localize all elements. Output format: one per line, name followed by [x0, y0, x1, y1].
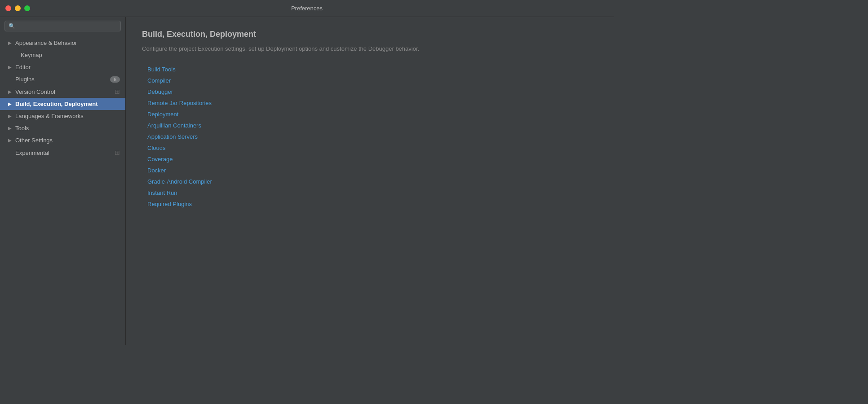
sidebar-item-plugins[interactable]: Plugins6 [0, 73, 125, 85]
content-description: Configure the project Execution settings… [142, 44, 598, 53]
chevron-icon: ▶ [7, 89, 13, 94]
content-panel: Build, Execution, Deployment Configure t… [126, 17, 614, 345]
content-link-remote-jar-repositories[interactable]: Remote Jar Repositories [147, 100, 598, 106]
sidebar-item-label: Other Settings [15, 137, 120, 144]
sidebar-item-label: Plugins [15, 76, 110, 83]
maximize-button[interactable] [24, 5, 30, 11]
minimize-button[interactable] [15, 5, 21, 11]
settings-icon[interactable]: ⊞ [115, 149, 120, 156]
settings-icon[interactable]: ⊞ [115, 88, 120, 95]
content-link-compiler[interactable]: Compiler [147, 77, 598, 84]
window-controls [5, 5, 30, 11]
close-button[interactable] [5, 5, 11, 11]
content-link-gradle-android-compiler[interactable]: Gradle-Android Compiler [147, 178, 598, 185]
search-icon: 🔍 [9, 23, 15, 29]
content-link-application-servers[interactable]: Application Servers [147, 133, 598, 140]
sidebar-item-label: Build, Execution, Deployment [15, 101, 120, 107]
window-title: Preferences [291, 5, 323, 12]
sidebar-item-experimental[interactable]: Experimental⊞ [0, 146, 125, 159]
content-title: Build, Execution, Deployment [142, 30, 598, 39]
sidebar-item-badge: 6 [110, 76, 120, 83]
sidebar-item-label: Languages & Frameworks [15, 113, 120, 119]
content-link-debugger[interactable]: Debugger [147, 88, 598, 95]
sidebar-item-editor[interactable]: ▶Editor [0, 61, 125, 73]
search-input[interactable] [18, 23, 117, 29]
content-links: Build ToolsCompilerDebuggerRemote Jar Re… [142, 66, 598, 207]
content-link-coverage[interactable]: Coverage [147, 156, 598, 162]
sidebar-item-label: Editor [15, 64, 120, 70]
chevron-icon: ▶ [7, 138, 13, 143]
sidebar-item-version-control[interactable]: ▶Version Control⊞ [0, 85, 125, 98]
content-link-build-tools[interactable]: Build Tools [147, 66, 598, 73]
sidebar-item-build-execution-deployment[interactable]: ▶Build, Execution, Deployment [0, 98, 125, 110]
search-box[interactable]: 🔍 [4, 21, 121, 31]
content-link-docker[interactable]: Docker [147, 167, 598, 174]
content-link-arquillian-containers[interactable]: Arquillian Containers [147, 122, 598, 129]
sidebar-item-other-settings[interactable]: ▶Other Settings [0, 134, 125, 146]
content-link-instant-run[interactable]: Instant Run [147, 189, 598, 196]
content-link-clouds[interactable]: Clouds [147, 145, 598, 151]
sidebar-list: ▶Appearance & BehaviorKeymap▶EditorPlugi… [0, 35, 125, 345]
content-link-deployment[interactable]: Deployment [147, 111, 598, 118]
chevron-icon: ▶ [7, 101, 13, 107]
chevron-icon: ▶ [7, 126, 13, 131]
sidebar-item-label: Appearance & Behavior [15, 40, 120, 46]
sidebar-item-label: Experimental [15, 149, 113, 156]
sidebar-item-languages-frameworks[interactable]: ▶Languages & Frameworks [0, 110, 125, 122]
chevron-icon: ▶ [7, 40, 13, 46]
sidebar-item-label: Version Control [15, 88, 113, 95]
sidebar-item-label: Tools [15, 125, 120, 132]
sidebar-item-keymap[interactable]: Keymap [0, 49, 125, 61]
sidebar-item-tools[interactable]: ▶Tools [0, 122, 125, 134]
sidebar-item-label: Keymap [21, 52, 120, 58]
chevron-icon: ▶ [7, 114, 13, 119]
content-link-required-plugins[interactable]: Required Plugins [147, 201, 598, 207]
title-bar: Preferences [0, 0, 614, 17]
sidebar: 🔍 ▶Appearance & BehaviorKeymap▶EditorPlu… [0, 17, 126, 345]
main-container: 🔍 ▶Appearance & BehaviorKeymap▶EditorPlu… [0, 17, 614, 345]
chevron-icon: ▶ [7, 65, 13, 70]
sidebar-item-appearance-behavior[interactable]: ▶Appearance & Behavior [0, 37, 125, 49]
